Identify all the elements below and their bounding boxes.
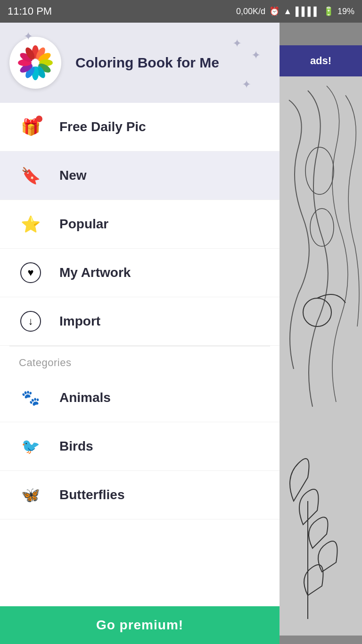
status-bar: 11:10 PM 0,00K/d ⏰ ▲ ▌▌▌▌ 🔋 19% <box>0 0 362 23</box>
sparkle-decoration-1: ✦ <box>232 37 242 50</box>
alarm-icon: ⏰ <box>269 6 280 17</box>
free-daily-pic-label: Free Daily Pic <box>59 119 146 134</box>
popular-label: Popular <box>59 217 108 232</box>
sparkle-decoration-4: ✦ <box>242 78 251 91</box>
menu-item-butterflies[interactable]: 🦋 Butterflies <box>0 471 280 519</box>
new-icon: 🔖 <box>19 164 42 187</box>
download-circle-icon: ↓ <box>20 311 41 332</box>
free-daily-pic-icon: 🎁 <box>19 115 42 139</box>
butterflies-label: Butterflies <box>59 487 124 502</box>
my-artwork-icon: ♥ <box>19 261 42 284</box>
navigation-drawer: Coloring Book for Me ✦ ✦ ✦ ✦ 🎁 Free Dail… <box>0 23 280 644</box>
signal-icon: ▌▌▌▌ <box>296 7 320 17</box>
notification-dot <box>36 116 42 122</box>
battery-icon: 🔋 <box>323 6 334 17</box>
heart-circle-icon: ♥ <box>20 262 41 283</box>
sparkle-decoration-2: ✦ <box>251 49 261 62</box>
gift-icon: 🎁 <box>21 117 41 136</box>
ad-banner[interactable]: ads! <box>280 45 362 76</box>
menu-item-animals[interactable]: 🐾 Animals <box>0 374 280 422</box>
animals-label: Animals <box>59 390 111 405</box>
my-artwork-label: My Artwork <box>59 265 131 280</box>
app-title: Coloring Book for Me <box>75 55 219 71</box>
menu-item-import[interactable]: ↓ Import <box>0 297 280 346</box>
battery-percent: 19% <box>337 7 354 17</box>
new-label: New <box>59 168 87 183</box>
drawer-header: Coloring Book for Me ✦ ✦ ✦ ✦ <box>0 23 280 103</box>
animals-icon: 🐾 <box>19 386 42 410</box>
import-label: Import <box>59 314 100 329</box>
status-icons: 0,00K/d ⏰ ▲ ▌▌▌▌ 🔋 19% <box>236 6 354 17</box>
go-premium-button[interactable]: Go premium! <box>0 606 280 644</box>
birds-label: Birds <box>59 439 93 454</box>
app-logo <box>9 37 61 89</box>
menu-item-free-daily-pic[interactable]: 🎁 Free Daily Pic <box>0 103 280 151</box>
menu-item-new[interactable]: 🔖 New <box>0 151 280 200</box>
import-icon: ↓ <box>19 309 42 333</box>
star-icon: ⭐ <box>21 215 41 234</box>
sparkle-decoration-3: ✦ <box>24 30 33 43</box>
wifi-icon: ▲ <box>283 7 292 17</box>
bookmark-icon: 🔖 <box>21 166 41 185</box>
categories-section-label: Categories <box>0 346 280 374</box>
premium-button-label: Go premium! <box>96 618 183 633</box>
birds-icon: 🐦 <box>19 435 42 458</box>
svg-rect-0 <box>280 76 362 636</box>
menu-list: 🎁 Free Daily Pic 🔖 New ⭐ Popular ♥ <box>0 103 280 606</box>
butterflies-icon: 🦋 <box>19 483 42 507</box>
status-time: 11:10 PM <box>8 5 52 17</box>
network-status: 0,00K/d <box>236 7 265 17</box>
menu-item-birds[interactable]: 🐦 Birds <box>0 422 280 471</box>
menu-item-my-artwork[interactable]: ♥ My Artwork <box>0 249 280 297</box>
coloring-image-area <box>280 76 362 636</box>
popular-icon: ⭐ <box>19 212 42 236</box>
menu-item-popular[interactable]: ⭐ Popular <box>0 200 280 249</box>
